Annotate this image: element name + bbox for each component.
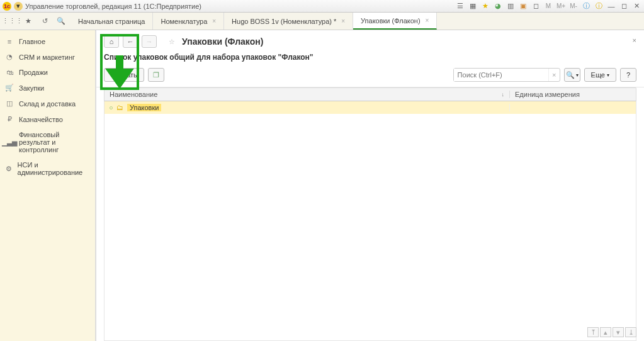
search-input[interactable] xyxy=(454,69,548,81)
sidebar-item-label: Закупки xyxy=(19,84,44,92)
menu-icon: ≡ xyxy=(5,38,14,45)
help-button[interactable]: ? xyxy=(620,68,636,82)
tab-close-icon[interactable]: × xyxy=(341,18,345,25)
row-marker-icon xyxy=(110,106,113,109)
table-row[interactable]: 🗂 Упаковки xyxy=(105,101,636,114)
minimize-icon[interactable]: — xyxy=(606,2,616,11)
titlebar: 1с ▾ Управление торговлей, редакция 11 (… xyxy=(0,0,644,13)
tabstrip: ⋮⋮⋮ ★ ↺ 🔍 Начальная страница Номенклатур… xyxy=(0,13,644,30)
folder-icon: 🗂 xyxy=(116,104,123,111)
hash-icon[interactable]: ▦ xyxy=(468,2,478,11)
sidebar-item-crm[interactable]: ◔ CRM и маркетинг xyxy=(0,49,95,65)
sidebar-item-label: Казначейство xyxy=(19,116,63,123)
m-button[interactable]: М xyxy=(543,2,553,11)
tab-label: Номенклатура xyxy=(161,18,207,25)
column-name[interactable]: Наименование ↓ xyxy=(105,91,510,98)
column-unit-label: Единица измерения xyxy=(515,91,580,98)
scroll-up-icon[interactable]: ▴ xyxy=(600,327,611,337)
maximize-icon[interactable]: ◻ xyxy=(619,2,629,11)
tab-label: Упаковки (Флакон) xyxy=(361,17,420,25)
tab-label: Hugo BOSS 1v (Номенклатура) * xyxy=(232,18,336,25)
magnifier-icon: 🔍 xyxy=(566,71,575,79)
sidebar-item-purchases[interactable]: 🛒 Закупки xyxy=(0,80,95,96)
chevron-down-icon: ▾ xyxy=(607,72,609,78)
page-subtitle: Список упаковок общий для набора упаково… xyxy=(96,50,644,67)
page-favorite-icon[interactable]: ☆ xyxy=(166,35,178,48)
nav-home-button[interactable]: ⌂ xyxy=(104,35,119,48)
row-name: Упаковки xyxy=(127,104,161,111)
table-header: Наименование ↓ Единица измерения xyxy=(104,87,636,101)
tab-packaging[interactable]: Упаковки (Флакон) × xyxy=(353,13,437,30)
window-title: Управление торговлей, редакция 11 (1С:Пр… xyxy=(25,3,201,10)
page-title: Упаковки (Флакон) xyxy=(182,36,263,47)
scroll-top-icon[interactable]: ⤒ xyxy=(587,327,599,337)
sidebar-item-warehouse[interactable]: ◫ Склад и доставка xyxy=(0,96,95,111)
tabs: Начальная страница Номенклатура × Hugo B… xyxy=(71,13,437,30)
sidebar-item-label: Финансовый результат и контроллинг xyxy=(19,131,90,154)
bars-icon: ▁▃▅ xyxy=(5,138,14,147)
copy-icon: ❐ xyxy=(153,71,159,79)
calendar-icon[interactable]: ▣ xyxy=(518,2,528,11)
sidebar-item-finance[interactable]: ▁▃▅ Финансовый результат и контроллинг xyxy=(0,127,95,157)
content: ⌂ ← → ☆ Упаковки (Флакон) × Список упако… xyxy=(96,30,644,341)
scroll-buttons: ⤒ ▴ ▾ ⤓ xyxy=(587,327,636,337)
scroll-down-icon[interactable]: ▾ xyxy=(613,327,624,337)
more-label: Еще xyxy=(591,71,605,79)
status-icon[interactable]: ◻ xyxy=(531,2,541,11)
sort-indicator-icon: ↓ xyxy=(502,91,505,98)
tab-close-icon[interactable]: × xyxy=(212,18,216,25)
m-minus-button[interactable]: М- xyxy=(568,2,579,11)
clock-icon[interactable]: ◕ xyxy=(493,2,503,11)
favorite-star-icon[interactable]: ★ xyxy=(23,16,34,27)
sidebar-item-label: НСИ и администрирование xyxy=(18,161,90,176)
search-box[interactable]: × xyxy=(453,68,560,82)
grid: Наименование ↓ Единица измерения 🗂 Упако… xyxy=(96,87,644,341)
cart-icon: 🛒 xyxy=(5,84,14,92)
tab-close-icon[interactable]: × xyxy=(426,17,429,24)
column-unit[interactable]: Единица измерения xyxy=(510,91,636,98)
sidebar-item-label: CRM и маркетинг xyxy=(19,53,75,61)
sidebar-item-label: Главное xyxy=(19,38,45,45)
nav-forward-button[interactable]: → xyxy=(142,35,157,48)
sidebar-item-label: Продажи xyxy=(19,69,48,76)
sidebar-item-treasury[interactable]: ₽ Казначейство xyxy=(0,111,95,127)
column-name-label: Наименование xyxy=(110,91,157,98)
sidebar-item-label: Склад и доставка xyxy=(19,100,76,108)
calc-icon[interactable]: ▥ xyxy=(506,2,516,11)
star-icon[interactable]: ★ xyxy=(480,2,490,11)
m-plus-button[interactable]: М+ xyxy=(556,2,566,11)
sidebar-item-main[interactable]: ≡ Главное xyxy=(0,34,95,49)
page-close-icon[interactable]: × xyxy=(633,36,636,44)
close-window-icon[interactable]: ✕ xyxy=(631,2,641,11)
bag-icon: 🛍 xyxy=(5,69,14,76)
actionbar: Создать ❐ × 🔍 ▾ Еще ▾ ? xyxy=(96,67,644,87)
create-button[interactable]: Создать xyxy=(104,68,144,82)
tab-home[interactable]: Начальная страница xyxy=(71,13,153,30)
sidebar: ≡ Главное ◔ CRM и маркетинг 🛍 Продажи 🛒 … xyxy=(0,30,96,341)
nav-back-button[interactable]: ← xyxy=(123,35,138,48)
create-from-template-button[interactable]: ❐ xyxy=(148,68,164,82)
search-button[interactable]: 🔍 ▾ xyxy=(564,68,580,82)
scroll-bottom-icon[interactable]: ⤓ xyxy=(625,327,636,337)
history-icon[interactable]: ↺ xyxy=(39,16,50,27)
app-shortcut-icon[interactable]: ☰ xyxy=(455,2,465,11)
tab-nomenclature[interactable]: Номенклатура × xyxy=(153,13,224,30)
tab-hugo-boss[interactable]: Hugo BOSS 1v (Номенклатура) * × xyxy=(224,13,353,30)
tab-label: Начальная страница xyxy=(78,18,145,25)
info-icon[interactable]: ⓘ xyxy=(581,2,591,11)
sidebar-item-sales[interactable]: 🛍 Продажи xyxy=(0,65,95,80)
apps-grid-icon[interactable]: ⋮⋮⋮ xyxy=(6,16,18,27)
gear-icon: ⚙ xyxy=(5,165,13,173)
search-clear-icon[interactable]: × xyxy=(548,69,560,81)
dropdown-icon[interactable]: ▾ xyxy=(14,2,23,11)
help-icon[interactable]: ⓘ xyxy=(594,2,604,11)
money-icon: ₽ xyxy=(5,115,14,123)
search-icon[interactable]: 🔍 xyxy=(55,16,67,27)
app-icon-1c: 1с xyxy=(3,2,11,11)
table-body[interactable]: 🗂 Упаковки xyxy=(104,101,636,341)
sidebar-item-admin[interactable]: ⚙ НСИ и администрирование xyxy=(0,157,95,180)
pie-icon: ◔ xyxy=(5,53,14,61)
box-icon: ◫ xyxy=(5,99,14,108)
chevron-down-icon: ▾ xyxy=(576,72,579,78)
more-button[interactable]: Еще ▾ xyxy=(584,68,616,82)
